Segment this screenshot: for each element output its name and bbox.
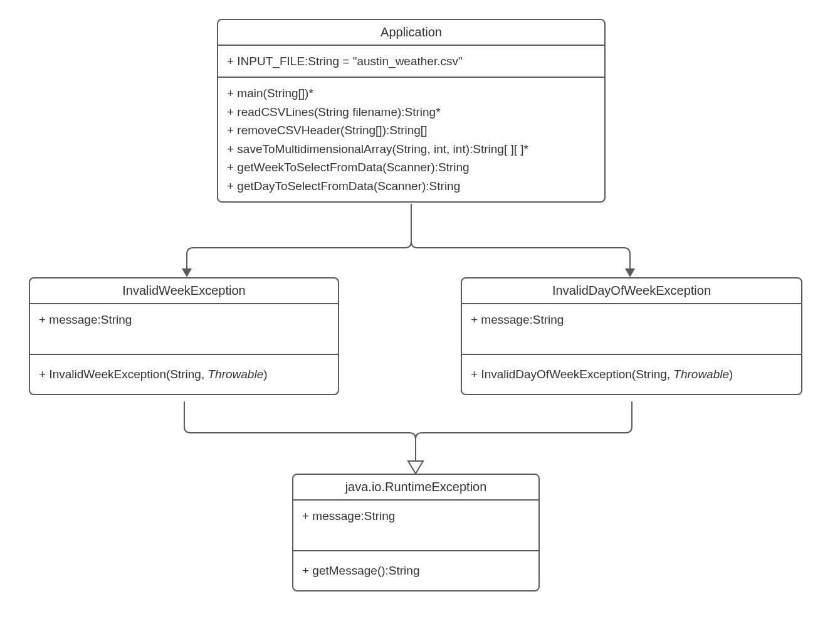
svg-marker-0 [182, 268, 192, 277]
class-invalid-week-attributes: + message:String [30, 304, 338, 355]
method-line: + getWeekToSelectFromData(Scanner):Strin… [227, 158, 596, 176]
class-invalid-week-exception: InvalidWeekException + message:String + … [29, 277, 339, 395]
attribute-line: + message:String [471, 310, 792, 329]
method-prefix: + InvalidDayOfWeekException(String, [471, 368, 673, 381]
class-application-methods: + main(String[])* + readCSVLines(String … [218, 78, 604, 201]
method-line: + removeCSVHeader(String[]):String[] [227, 121, 596, 139]
class-runtime-exception: java.io.RuntimeException + message:Strin… [292, 474, 540, 592]
method-line: + getDayToSelectFromData(Scanner):String [227, 177, 596, 195]
attribute-line: + message:String [39, 310, 329, 329]
class-invalid-day-methods: + InvalidDayOfWeekException(String, Thro… [462, 355, 801, 393]
class-application-attributes: + INPUT_FILE:String = "austin_weather.cs… [218, 46, 604, 78]
svg-marker-2 [408, 461, 423, 474]
method-prefix: + InvalidWeekException(String, [39, 368, 207, 381]
class-invalid-week-methods: + InvalidWeekException(String, Throwable… [30, 355, 338, 393]
method-line: + readCSVLines(String filename):String* [227, 103, 596, 121]
class-application: Application + INPUT_FILE:String = "austi… [217, 19, 606, 203]
attribute-line: + INPUT_FILE:String = "austin_weather.cs… [227, 52, 596, 70]
attribute-line: + message:String [302, 507, 530, 525]
class-invalid-week-title: InvalidWeekException [30, 279, 338, 304]
class-runtime-methods: + getMessage():String [293, 551, 538, 590]
method-suffix: ) [263, 368, 267, 381]
method-line: + main(String[])* [227, 84, 596, 102]
method-italic: Throwable [207, 368, 263, 381]
class-invalid-day-exception: InvalidDayOfWeekException + message:Stri… [461, 277, 802, 395]
class-application-title: Application [218, 20, 604, 46]
method-line: + getMessage():String [302, 561, 530, 580]
class-runtime-attributes: + message:String [293, 501, 538, 551]
svg-marker-1 [625, 268, 635, 277]
method-italic: Throwable [673, 368, 729, 381]
class-invalid-day-attributes: + message:String [462, 304, 801, 355]
method-suffix: ) [729, 368, 733, 381]
class-runtime-title: java.io.RuntimeException [293, 475, 538, 501]
method-line: + saveToMultidimensionalArray(String, in… [227, 140, 596, 158]
class-invalid-day-title: InvalidDayOfWeekException [462, 279, 801, 304]
